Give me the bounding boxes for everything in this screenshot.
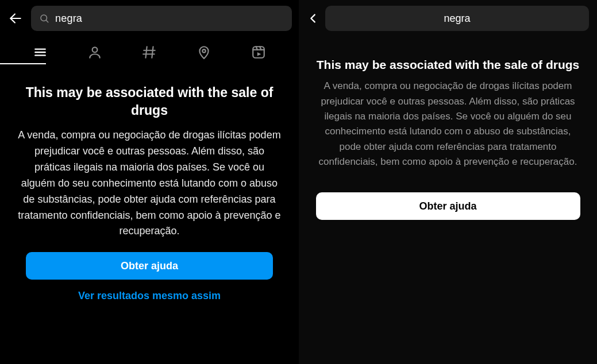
left-header: negra (0, 0, 299, 37)
svg-point-1 (41, 15, 47, 21)
warning-body: A venda, compra ou negociação de drogas … (16, 127, 283, 239)
tab-places[interactable] (177, 40, 232, 64)
svg-marker-16 (257, 52, 261, 56)
search-query-text: negra (55, 13, 82, 25)
search-input[interactable]: negra (325, 6, 589, 31)
left-screenshot: negra (0, 0, 299, 364)
warning-panel: This may be associated with the sale of … (0, 64, 299, 364)
chevron-left-icon[interactable] (307, 12, 319, 25)
search-input[interactable]: negra (31, 6, 292, 31)
warning-title: This may be associated with the sale of … (317, 56, 579, 73)
svg-point-11 (202, 49, 205, 52)
active-tab-underline (0, 63, 46, 64)
svg-line-2 (46, 20, 48, 22)
svg-line-8 (152, 47, 153, 58)
svg-point-6 (92, 47, 97, 52)
show-results-link[interactable]: Ver resultados mesmo assim (78, 290, 221, 302)
svg-rect-12 (253, 47, 265, 58)
search-icon (39, 13, 49, 24)
get-help-button[interactable]: Obter ajuda (26, 252, 273, 280)
right-screenshot: negra This may be associated with the sa… (299, 0, 597, 364)
tab-accounts[interactable] (67, 40, 122, 64)
get-help-button[interactable]: Obter ajuda (316, 192, 580, 220)
warning-title: This may be associated with the sale of … (16, 84, 283, 119)
search-query-text: negra (444, 13, 470, 25)
warning-panel: This may be associated with the sale of … (299, 37, 597, 364)
svg-line-7 (146, 47, 147, 58)
search-tabs (0, 37, 299, 64)
tab-reels[interactable] (232, 40, 286, 64)
warning-body: A venda, compra ou negociação de drogas … (315, 79, 581, 169)
right-header: negra (299, 0, 597, 37)
tab-tags[interactable] (122, 40, 176, 64)
back-arrow-icon[interactable] (8, 11, 23, 26)
tab-all[interactable] (13, 40, 67, 64)
